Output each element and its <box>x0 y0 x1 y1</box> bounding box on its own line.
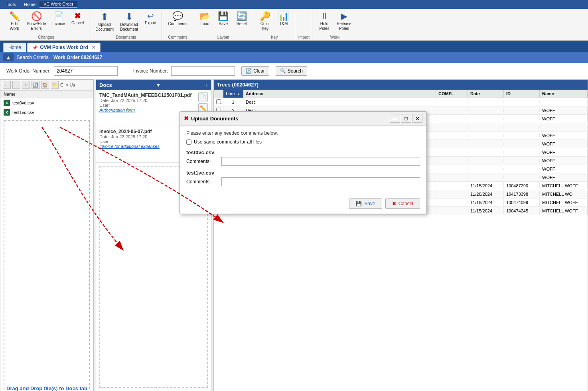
search-criteria-bar: ▲ Search Criteria Work Order 00204627 <box>0 52 588 63</box>
modal-close-button[interactable]: ✕ <box>412 114 422 123</box>
menu-vc-work-order[interactable]: VC Work Order <box>39 1 77 8</box>
clear-icon: 🔄 <box>246 68 252 74</box>
cancel-label: Cancel <box>71 21 84 26</box>
main-content: ← → ↑ 🔄 🏠 📁 C: > Us Name X test0vc.csv X… <box>0 79 588 391</box>
file-section-0: test0vc.csv Comments: <box>186 149 420 166</box>
import-group-label: Import <box>298 34 310 39</box>
menu-tools[interactable]: Tools <box>2 1 20 8</box>
tab-pin-icon: 📌 <box>32 45 37 50</box>
show-hide-errors-icon: 🚫 <box>31 12 42 21</box>
release-poles-icon: ▶ <box>341 12 347 21</box>
work-order-row: Work Order Number: <box>6 66 118 76</box>
modal-save-button[interactable]: 💾 Save <box>349 198 382 209</box>
ribbon-group-import: Import <box>296 10 312 40</box>
upload-document-icon: ⬆ <box>101 12 109 22</box>
work-group-label: Work <box>316 34 354 39</box>
modal-titlebar: ✖ Upload Documents — □ ✕ <box>180 112 426 126</box>
tm-button[interactable]: 📊 T&M <box>275 10 292 34</box>
invoice-label: Invoice Number: <box>124 68 168 74</box>
modal-titlebar-controls: — □ ✕ <box>390 114 422 123</box>
modal-save-label: Save <box>364 201 375 206</box>
comments-row-1: Comments: <box>186 177 420 186</box>
modal-body: Please enter any needed comments below. … <box>180 126 426 195</box>
color-key-button[interactable]: 🔑 ColorKey <box>257 10 274 34</box>
ribbon-group-work: ⏸ HoldPoles ▶ ReleasePoles Work <box>313 10 357 40</box>
export-button[interactable]: ↩ Export <box>142 10 159 34</box>
tab-row: Home 📌 OVM Poles Work Ord ✕ <box>0 41 588 52</box>
modal-checkbox-row: Use same comments for all files <box>186 139 420 145</box>
comments-icon: 💬 <box>172 12 183 21</box>
tab-ovm-label: OVM Poles Work Ord <box>40 45 88 50</box>
search-icon: 🔍 <box>280 68 286 74</box>
download-document-icon: ⬇ <box>125 12 133 22</box>
comments-button[interactable]: 💬 Comments <box>165 10 190 34</box>
ribbon-group-documents: ⬆ UploadDocument ⬇ DownloadDocument ↩ Ex… <box>90 10 162 40</box>
cancel-icon: ✖ <box>74 12 81 20</box>
layout-group-label: Layout <box>196 34 251 39</box>
save-label: Save <box>219 22 228 26</box>
modal-maximize-button[interactable]: □ <box>401 114 411 123</box>
criteria-toggle-button[interactable]: ▲ <box>3 53 14 61</box>
modal-instruction: Please enter any needed comments below. <box>186 130 420 136</box>
show-hide-errors-label: Show/HideErrors <box>27 22 46 31</box>
search-label: Search <box>288 68 303 74</box>
modal-cancel-label: Cancel <box>399 201 413 206</box>
invoice-button[interactable]: 📄 Invoice <box>49 10 68 34</box>
upload-document-label: UploadDocument <box>95 22 114 32</box>
invoice-row: Invoice Number: <box>124 66 235 76</box>
ribbon: ✏️ EditWork 🚫 Show/HideErrors 📄 Invoice … <box>0 9 588 41</box>
criteria-work-order: Work Order 00204627 <box>53 55 103 60</box>
search-button[interactable]: 🔍 Search <box>276 66 307 76</box>
save-icon: 💾 <box>218 12 229 21</box>
comments-input-1[interactable] <box>221 177 420 186</box>
comments-group-label: Comments <box>165 34 190 39</box>
work-order-input[interactable] <box>54 66 118 76</box>
download-document-button[interactable]: ⬇ DownloadDocument <box>117 10 141 34</box>
tab-close-icon[interactable]: ✕ <box>92 45 95 50</box>
export-icon: ↩ <box>147 12 154 20</box>
reset-button[interactable]: 🔄 Reset <box>233 10 251 34</box>
reset-label: Reset <box>237 22 247 26</box>
work-order-label: Work Order Number: <box>6 68 51 74</box>
search-form: Work Order Number: Invoice Number: 🔄 Cle… <box>0 63 588 79</box>
comments-label: Comments <box>168 22 187 26</box>
color-key-icon: 🔑 <box>260 12 270 21</box>
invoice-input[interactable] <box>171 66 235 76</box>
upload-document-button[interactable]: ⬆ UploadDocument <box>93 10 116 34</box>
same-comments-checkbox[interactable] <box>186 140 191 145</box>
modal-save-icon: 💾 <box>356 201 362 206</box>
modal-title: Upload Documents <box>191 116 238 122</box>
tab-home[interactable]: Home <box>3 43 26 52</box>
file-section-title-1: test1vc.csv <box>186 170 420 176</box>
key-group-label: Key <box>257 34 292 39</box>
clear-button[interactable]: 🔄 Clear <box>241 66 269 76</box>
load-icon: 📂 <box>199 12 210 21</box>
show-hide-errors-button[interactable]: 🚫 Show/HideErrors <box>24 10 49 34</box>
tab-ovm-poles[interactable]: 📌 OVM Poles Work Ord ✕ <box>27 43 101 52</box>
modal-minimize-button[interactable]: — <box>390 114 400 123</box>
reset-icon: 🔄 <box>236 12 247 21</box>
upload-documents-modal: ✖ Upload Documents — □ ✕ Please enter an… <box>180 111 427 214</box>
comments-row-0: Comments: <box>186 157 420 166</box>
file-section-title-0: test0vc.csv <box>186 149 420 155</box>
menu-bar: Tools Home VC Work Order <box>0 0 588 9</box>
load-label: Load <box>201 22 209 26</box>
comments-input-0[interactable] <box>221 157 420 166</box>
release-poles-label: ReleasePoles <box>337 22 351 31</box>
export-label: Export <box>145 21 156 26</box>
tm-icon: 📊 <box>278 12 289 21</box>
modal-cancel-icon: ✖ <box>392 201 396 206</box>
changes-group-label: Changes <box>6 34 87 39</box>
load-button[interactable]: 📂 Load <box>196 10 214 34</box>
release-poles-button[interactable]: ▶ ReleasePoles <box>334 10 354 34</box>
hold-poles-button[interactable]: ⏸ HoldPoles <box>316 10 333 34</box>
modal-cancel-button[interactable]: ✖ Cancel <box>385 198 420 209</box>
menu-home[interactable]: Home <box>20 1 39 8</box>
cancel-button[interactable]: ✖ Cancel <box>69 10 87 34</box>
save-button[interactable]: 💾 Save <box>215 10 232 34</box>
clear-label: Clear <box>253 68 265 74</box>
criteria-label: Search Criteria <box>17 55 49 60</box>
ribbon-group-changes: ✏️ EditWork 🚫 Show/HideErrors 📄 Invoice … <box>3 10 89 40</box>
edit-work-button[interactable]: ✏️ EditWork <box>6 10 23 34</box>
ribbon-group-key: 🔑 ColorKey 📊 T&M Key <box>254 10 295 40</box>
